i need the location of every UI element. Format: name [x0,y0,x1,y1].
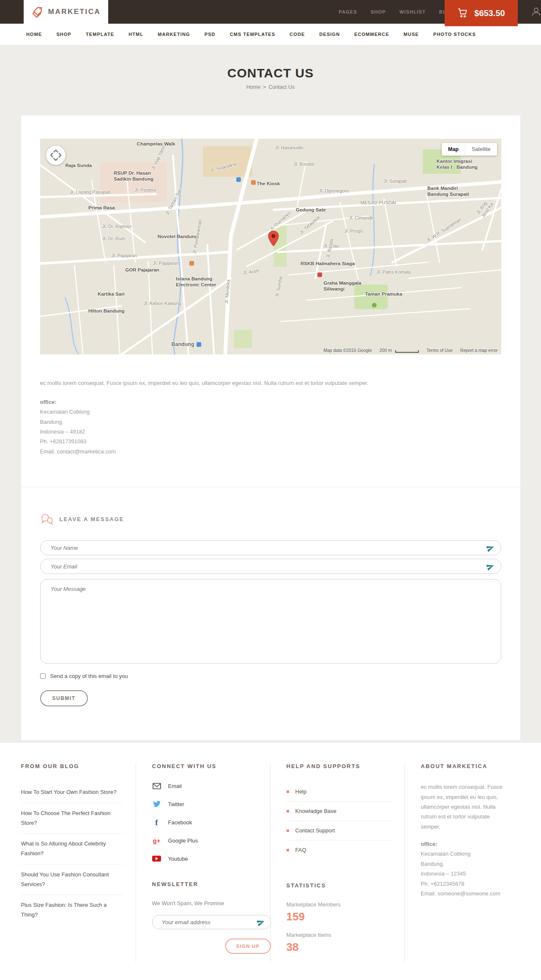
map-scale-text: 200 m [380,348,392,353]
blog-post-item: How To Choose The Perfect Fashion Store? [21,803,123,834]
google-plus-icon: g+ [152,837,161,844]
category-nav-item[interactable]: ECOMMERCE [354,32,389,37]
google-map[interactable]: Champelas WalkJl. HasanudinJl. Haji Yasi… [40,139,501,354]
email-field-wrap [40,559,501,574]
tag-logo-icon [31,5,44,18]
blog-post-link[interactable]: Plus Size Fashion: Is There Such a Thing… [21,900,123,920]
office-line: Ph. +62817391083 [40,436,501,446]
social-email-link[interactable]: Email [152,782,257,790]
help-item: Knowladge Base [287,801,392,821]
statistics-heading: STATISTICS [287,882,392,889]
cart-total: $653.50 [474,8,505,18]
message-textarea[interactable] [40,579,501,664]
map-scale: 200 m [380,348,419,353]
submit-button[interactable]: SUBMIT [40,690,88,706]
brand-name: MARKETICA [48,8,101,16]
category-nav-item[interactable]: DESIGN [319,32,340,37]
help-link[interactable]: FAQ [295,847,306,853]
map-pin-icon[interactable] [268,231,279,248]
category-nav-item[interactable]: CMS TEMPLATES [230,32,276,37]
newsletter-email-input[interactable] [152,915,271,929]
category-nav-item[interactable]: CODE [290,32,305,37]
social-youtube-link[interactable]: Youtube [152,855,257,862]
newsletter-tagline: We Won't Spam, We Promise [152,900,257,906]
social-googleplus-link[interactable]: g+ Google Plus [152,837,257,844]
footer: FROM OUR BLOG How To Start Your Own Fash… [0,743,541,980]
map-label: Jl. Surapati [383,178,407,184]
blog-post-link[interactable]: How To Choose The Perfect Fashion Store? [21,809,123,828]
about-office-block: office: Kecamatan Coblong Bandung. Indon… [421,839,508,898]
office-label: office: [40,397,501,407]
email-input[interactable] [40,559,501,574]
signup-button[interactable]: SIGN UP [225,939,271,954]
help-link[interactable]: Help [295,788,307,795]
content-card: Champelas WalkJl. HasanudinJl. Haji Yasi… [21,115,520,740]
map-label: Hilton Bandung [88,308,125,314]
page-title: CONTACT US [0,66,541,80]
category-nav-item[interactable]: MUSE [404,32,419,37]
breadcrumb-home-link[interactable]: Home [246,84,260,90]
send-icon[interactable] [257,918,265,926]
name-field-wrap [40,540,501,555]
office-line: Kecamatan Coblong [421,849,508,859]
footer-connect-column: CONNECT WITH US Email Twitter f Facebo [136,763,270,962]
name-input[interactable] [40,540,501,555]
map-label: Prima Rasa [88,205,115,211]
page-header: CONTACT US Home > Contact Us [0,45,541,115]
map-label: Graha Manggala Siliwangi [323,280,361,292]
brand-logo[interactable]: MARKETICA [24,0,108,24]
cart-icon [457,8,469,19]
map-label: Jl. Hasanudin [275,145,303,151]
category-nav-item[interactable]: TEMPLATE [86,32,114,37]
header-nav-wishlist[interactable]: WISHLIST [399,9,426,14]
category-nav-item[interactable]: HOME [26,32,42,37]
map-label: Jl. Pasteur [134,187,156,193]
breadcrumb-separator: > [263,84,266,90]
social-twitter-link[interactable]: Twitter [152,800,257,808]
send-copy-checkbox[interactable] [40,673,46,679]
help-links: HelpKnowladge BaseContact SupportFAQ [287,782,392,859]
blog-post-item: How To Start Your Own Fashion Store? [21,782,123,803]
social-facebook-link[interactable]: f Facebook [152,818,257,826]
send-icon[interactable] [486,544,495,552]
map-label: Jl. Patra Komala [377,269,411,275]
map-pan-control[interactable] [46,145,66,165]
help-link[interactable]: Knowladge Base [295,808,337,814]
office-line: Email. someone@someone.com [421,889,508,898]
blog-post-link[interactable]: How To Start Your Own Fashion Store? [21,788,123,797]
terms-of-use-link[interactable]: Terms of Use [426,348,453,353]
category-nav-item[interactable]: PSD [205,32,216,37]
category-nav-item[interactable]: MARKETING [158,32,190,37]
category-nav-item[interactable]: HTML [128,32,143,37]
map-scale-bar-icon [395,350,419,353]
satellite-view-button[interactable]: Satellite [465,143,497,156]
blog-heading: FROM OUR BLOG [21,763,123,769]
category-nav-item[interactable]: SHOP [56,32,71,37]
map-label: Novotel Bandung [158,233,198,239]
header-nav-pages[interactable]: PAGES [339,9,357,14]
map-label: Gedung Sate [296,207,326,213]
help-link[interactable]: Contact Support [295,827,335,834]
map-label: RSKB Halmahera Siaga [301,261,355,266]
map-label: Jl. Cimandiri [349,215,374,221]
cart-button[interactable]: $653.50 [445,0,518,26]
user-icon[interactable] [531,7,541,17]
map-label: Bank Mandiri Bandung Surapati [427,185,469,198]
report-map-error-link[interactable]: Report a map error [460,348,498,353]
map-view-button[interactable]: Map [442,143,465,156]
office-line: Bandung. [421,859,508,869]
send-icon[interactable] [486,563,495,571]
blog-post-item: Should You Use Fashion Consultant Servic… [21,864,123,895]
blog-post-link[interactable]: What is So Alluring About Celebrity Fash… [21,839,123,859]
header-nav-shop[interactable]: SHOP [371,9,386,14]
send-copy-row: Send a copy of this email to you [40,673,501,679]
square-bullet-icon [287,791,289,793]
blog-post-link[interactable]: Should You Use Fashion Consultant Servic… [21,870,123,889]
city-label-row: Bandung [171,341,201,348]
map-label: Jl. Layang Pasupati [70,189,110,195]
map-label: Istana Bandung Electronic Center [176,276,216,288]
facebook-icon: f [152,818,161,826]
category-nav-item[interactable]: PHOTO STOCKS [433,32,476,37]
map-attribution: Map data ©2015 Google 200 m Terms of Use… [323,348,497,353]
train-station-icon [197,342,201,347]
